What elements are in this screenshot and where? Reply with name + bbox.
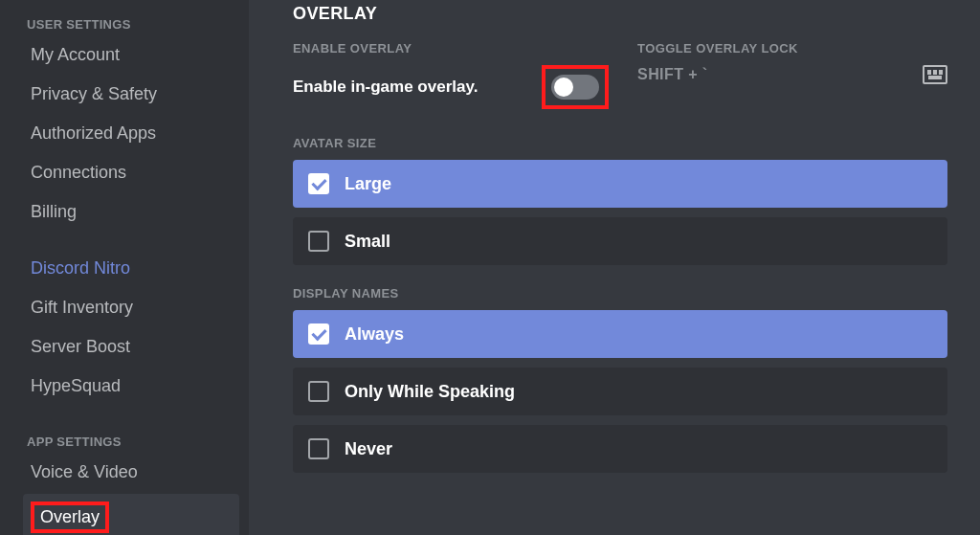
sidebar-item-overlay-highlight: Overlay [31, 502, 109, 533]
sidebar-item-voice-video[interactable]: Voice & Video [23, 455, 239, 490]
sidebar-item-privacy-safety[interactable]: Privacy & Safety [23, 77, 239, 112]
option-label: Large [345, 174, 391, 194]
sidebar-item-server-boost[interactable]: Server Boost [23, 329, 239, 365]
avatar-size-option-small[interactable]: Small [293, 217, 947, 265]
display-names-group: DISPLAY NAMES Always Only While Speaking… [293, 286, 947, 473]
avatar-size-header: AVATAR SIZE [293, 136, 947, 150]
sidebar-item-connections[interactable]: Connections [23, 155, 239, 190]
checkbox-icon [308, 173, 329, 194]
keyboard-icon[interactable] [923, 65, 947, 84]
checkbox-icon [308, 381, 329, 402]
enable-overlay-label: Enable in-game overlay. [293, 78, 478, 97]
toggle-knob [554, 78, 573, 97]
display-names-option-always[interactable]: Always [293, 310, 947, 358]
settings-content: OVERLAY ENABLE OVERLAY Enable in-game ov… [249, 0, 980, 535]
display-names-option-only-while-speaking[interactable]: Only While Speaking [293, 368, 947, 415]
sidebar-item-hypesquad[interactable]: HypeSquad [23, 368, 239, 404]
sidebar-item-my-account[interactable]: My Account [23, 37, 239, 73]
settings-sidebar: USER SETTINGS My Account Privacy & Safet… [0, 0, 249, 535]
display-names-header: DISPLAY NAMES [293, 286, 947, 301]
enable-overlay-toggle[interactable] [551, 75, 599, 100]
page-title: OVERLAY [293, 4, 947, 24]
toggle-overlay-lock-header: TOGGLE OVERLAY LOCK [637, 41, 947, 56]
option-label: Never [345, 439, 392, 459]
enable-overlay-header: ENABLE OVERLAY [293, 41, 618, 56]
sidebar-item-gift-inventory[interactable]: Gift Inventory [23, 290, 239, 325]
option-label: Only While Speaking [345, 382, 515, 402]
sidebar-item-discord-nitro[interactable]: Discord Nitro [23, 251, 239, 286]
option-label: Small [345, 232, 390, 252]
sidebar-item-billing[interactable]: Billing [23, 194, 239, 230]
sidebar-header-app-settings: APP SETTINGS [27, 435, 239, 449]
avatar-size-option-large[interactable]: Large [293, 160, 947, 208]
sidebar-item-overlay[interactable]: Overlay [23, 494, 239, 535]
avatar-size-group: AVATAR SIZE Large Small [293, 136, 947, 265]
enable-overlay-toggle-highlight [542, 65, 609, 109]
checkbox-icon [308, 438, 329, 459]
option-label: Always [345, 324, 404, 345]
sidebar-item-authorized-apps[interactable]: Authorized Apps [23, 116, 239, 151]
toggle-overlay-lock-keybind[interactable]: SHIFT + ` [637, 66, 707, 83]
checkbox-icon [308, 231, 329, 252]
checkbox-icon [308, 323, 329, 345]
sidebar-header-user-settings: USER SETTINGS [27, 17, 239, 32]
display-names-option-never[interactable]: Never [293, 425, 947, 473]
